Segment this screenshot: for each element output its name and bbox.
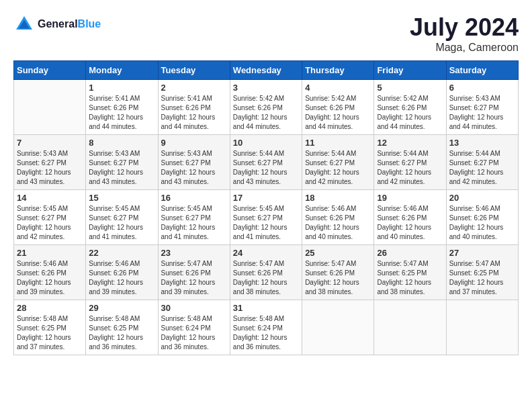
day-number: 5 xyxy=(377,83,443,93)
calendar-cell: 30Sunrise: 5:48 AM Sunset: 6:24 PM Dayli… xyxy=(158,300,230,355)
day-info: Sunrise: 5:44 AM Sunset: 6:27 PM Dayligh… xyxy=(449,149,515,187)
day-number: 20 xyxy=(449,193,515,203)
day-info: Sunrise: 5:47 AM Sunset: 6:26 PM Dayligh… xyxy=(305,259,371,297)
day-info: Sunrise: 5:44 AM Sunset: 6:27 PM Dayligh… xyxy=(377,149,443,187)
day-info: Sunrise: 5:46 AM Sunset: 6:26 PM Dayligh… xyxy=(89,259,154,297)
logo-text: GeneralBlue xyxy=(38,18,101,30)
day-number: 19 xyxy=(377,193,443,203)
calendar-cell: 27Sunrise: 5:47 AM Sunset: 6:25 PM Dayli… xyxy=(446,245,518,300)
day-info: Sunrise: 5:45 AM Sunset: 6:27 PM Dayligh… xyxy=(89,204,154,242)
day-number: 30 xyxy=(161,303,227,313)
calendar-cell: 8Sunrise: 5:43 AM Sunset: 6:27 PM Daylig… xyxy=(86,135,158,190)
day-number: 6 xyxy=(449,83,515,93)
day-info: Sunrise: 5:48 AM Sunset: 6:25 PM Dayligh… xyxy=(89,314,154,352)
day-info: Sunrise: 5:48 AM Sunset: 6:24 PM Dayligh… xyxy=(161,314,227,352)
calendar-week-row: 14Sunrise: 5:45 AM Sunset: 6:27 PM Dayli… xyxy=(14,190,519,245)
calendar-header: SundayMondayTuesdayWednesdayThursdayFrid… xyxy=(14,61,519,80)
calendar-cell: 7Sunrise: 5:43 AM Sunset: 6:27 PM Daylig… xyxy=(14,135,86,190)
day-number: 13 xyxy=(449,138,515,148)
day-info: Sunrise: 5:47 AM Sunset: 6:25 PM Dayligh… xyxy=(377,259,443,297)
day-info: Sunrise: 5:46 AM Sunset: 6:26 PM Dayligh… xyxy=(17,259,83,297)
weekday-header-saturday: Saturday xyxy=(446,61,518,80)
calendar-cell: 9Sunrise: 5:43 AM Sunset: 6:27 PM Daylig… xyxy=(158,135,230,190)
calendar-cell: 12Sunrise: 5:44 AM Sunset: 6:27 PM Dayli… xyxy=(374,135,446,190)
weekday-header-friday: Friday xyxy=(374,61,446,80)
day-number: 31 xyxy=(233,303,299,313)
day-info: Sunrise: 5:45 AM Sunset: 6:27 PM Dayligh… xyxy=(161,204,227,242)
day-info: Sunrise: 5:44 AM Sunset: 6:27 PM Dayligh… xyxy=(305,149,371,187)
day-number: 15 xyxy=(89,193,154,203)
calendar-cell: 25Sunrise: 5:47 AM Sunset: 6:26 PM Dayli… xyxy=(302,245,374,300)
day-number: 16 xyxy=(161,193,227,203)
day-info: Sunrise: 5:43 AM Sunset: 6:27 PM Dayligh… xyxy=(161,149,227,187)
location: Maga, Cameroon xyxy=(410,42,519,54)
day-number: 17 xyxy=(233,193,299,203)
logo-icon xyxy=(13,13,35,35)
logo: GeneralBlue xyxy=(13,13,101,35)
calendar-cell: 19Sunrise: 5:46 AM Sunset: 6:26 PM Dayli… xyxy=(374,190,446,245)
day-number: 12 xyxy=(377,138,443,148)
day-number: 14 xyxy=(17,193,83,203)
calendar-week-row: 1Sunrise: 5:41 AM Sunset: 6:26 PM Daylig… xyxy=(14,80,519,135)
day-info: Sunrise: 5:42 AM Sunset: 6:26 PM Dayligh… xyxy=(233,94,299,132)
calendar-week-row: 28Sunrise: 5:48 AM Sunset: 6:25 PM Dayli… xyxy=(14,300,519,355)
calendar-cell: 2Sunrise: 5:41 AM Sunset: 6:26 PM Daylig… xyxy=(158,80,230,135)
day-info: Sunrise: 5:45 AM Sunset: 6:27 PM Dayligh… xyxy=(233,204,299,242)
weekday-header-sunday: Sunday xyxy=(14,61,86,80)
calendar-cell: 6Sunrise: 5:43 AM Sunset: 6:27 PM Daylig… xyxy=(446,80,518,135)
day-info: Sunrise: 5:42 AM Sunset: 6:26 PM Dayligh… xyxy=(305,94,371,132)
calendar-body: 1Sunrise: 5:41 AM Sunset: 6:26 PM Daylig… xyxy=(14,80,519,355)
day-number: 4 xyxy=(305,83,371,93)
day-number: 24 xyxy=(233,248,299,258)
day-number: 10 xyxy=(233,138,299,148)
day-number: 27 xyxy=(449,248,515,258)
day-info: Sunrise: 5:48 AM Sunset: 6:25 PM Dayligh… xyxy=(17,314,83,352)
month-title: July 2024 xyxy=(410,13,519,42)
calendar-week-row: 7Sunrise: 5:43 AM Sunset: 6:27 PM Daylig… xyxy=(14,135,519,190)
calendar-cell: 1Sunrise: 5:41 AM Sunset: 6:26 PM Daylig… xyxy=(86,80,158,135)
day-number: 29 xyxy=(89,303,154,313)
day-number: 11 xyxy=(305,138,371,148)
calendar-cell: 23Sunrise: 5:47 AM Sunset: 6:26 PM Dayli… xyxy=(158,245,230,300)
calendar-cell xyxy=(302,300,374,355)
day-info: Sunrise: 5:48 AM Sunset: 6:24 PM Dayligh… xyxy=(233,314,299,352)
calendar-week-row: 21Sunrise: 5:46 AM Sunset: 6:26 PM Dayli… xyxy=(14,245,519,300)
calendar-cell: 26Sunrise: 5:47 AM Sunset: 6:25 PM Dayli… xyxy=(374,245,446,300)
calendar-cell: 5Sunrise: 5:42 AM Sunset: 6:26 PM Daylig… xyxy=(374,80,446,135)
weekday-header-monday: Monday xyxy=(86,61,158,80)
day-number: 1 xyxy=(89,83,154,93)
day-number: 22 xyxy=(89,248,154,258)
calendar-cell: 11Sunrise: 5:44 AM Sunset: 6:27 PM Dayli… xyxy=(302,135,374,190)
day-number: 2 xyxy=(161,83,227,93)
page-header: GeneralBlue July 2024 Maga, Cameroon xyxy=(13,13,519,54)
calendar-cell: 14Sunrise: 5:45 AM Sunset: 6:27 PM Dayli… xyxy=(14,190,86,245)
calendar-cell: 4Sunrise: 5:42 AM Sunset: 6:26 PM Daylig… xyxy=(302,80,374,135)
day-info: Sunrise: 5:44 AM Sunset: 6:27 PM Dayligh… xyxy=(233,149,299,187)
day-info: Sunrise: 5:43 AM Sunset: 6:27 PM Dayligh… xyxy=(89,149,154,187)
calendar-cell xyxy=(14,80,86,135)
day-number: 26 xyxy=(377,248,443,258)
calendar-cell: 31Sunrise: 5:48 AM Sunset: 6:24 PM Dayli… xyxy=(230,300,302,355)
calendar-cell: 20Sunrise: 5:46 AM Sunset: 6:26 PM Dayli… xyxy=(446,190,518,245)
calendar-cell: 17Sunrise: 5:45 AM Sunset: 6:27 PM Dayli… xyxy=(230,190,302,245)
calendar-cell: 29Sunrise: 5:48 AM Sunset: 6:25 PM Dayli… xyxy=(86,300,158,355)
day-info: Sunrise: 5:47 AM Sunset: 6:26 PM Dayligh… xyxy=(161,259,227,297)
weekday-header-thursday: Thursday xyxy=(302,61,374,80)
day-number: 3 xyxy=(233,83,299,93)
day-info: Sunrise: 5:43 AM Sunset: 6:27 PM Dayligh… xyxy=(449,94,515,132)
calendar-cell xyxy=(374,300,446,355)
calendar-cell: 22Sunrise: 5:46 AM Sunset: 6:26 PM Dayli… xyxy=(86,245,158,300)
day-number: 21 xyxy=(17,248,83,258)
calendar-table: SundayMondayTuesdayWednesdayThursdayFrid… xyxy=(13,60,519,355)
day-info: Sunrise: 5:46 AM Sunset: 6:26 PM Dayligh… xyxy=(377,204,443,242)
day-info: Sunrise: 5:47 AM Sunset: 6:25 PM Dayligh… xyxy=(449,259,515,297)
day-number: 7 xyxy=(17,138,83,148)
day-info: Sunrise: 5:42 AM Sunset: 6:26 PM Dayligh… xyxy=(377,94,443,132)
calendar-cell: 16Sunrise: 5:45 AM Sunset: 6:27 PM Dayli… xyxy=(158,190,230,245)
day-info: Sunrise: 5:43 AM Sunset: 6:27 PM Dayligh… xyxy=(17,149,83,187)
calendar-cell: 13Sunrise: 5:44 AM Sunset: 6:27 PM Dayli… xyxy=(446,135,518,190)
weekday-header-tuesday: Tuesday xyxy=(158,61,230,80)
calendar-cell xyxy=(446,300,518,355)
day-number: 25 xyxy=(305,248,371,258)
day-number: 28 xyxy=(17,303,83,313)
